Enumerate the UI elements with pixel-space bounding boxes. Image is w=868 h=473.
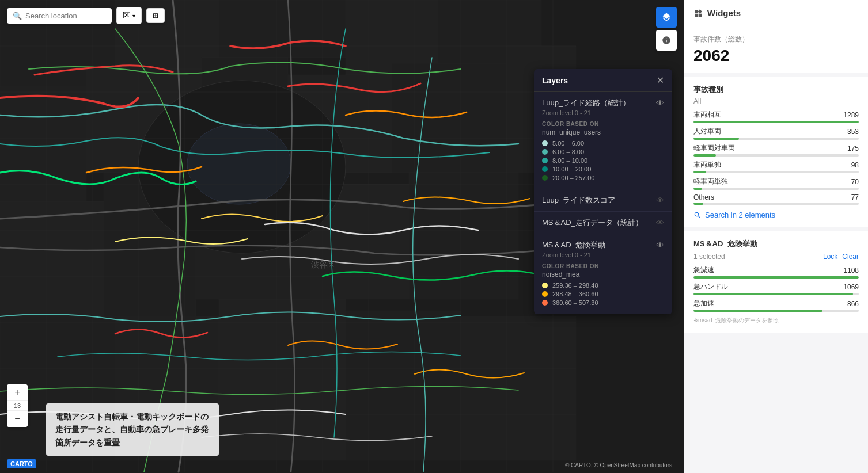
layer-visibility-toggle-3[interactable]: 👁 [656,218,664,227]
legend-label-4-1: 259.36 – 298.48 [552,282,598,289]
widgets-icon [693,9,703,18]
grid-button[interactable]: ⊞ [146,8,165,23]
accident-bar-track-2 [693,154,859,157]
layer-visibility-toggle-1[interactable]: 👁 [656,98,664,108]
svg-text:渋谷区: 渋谷区 [311,260,335,269]
layer-name-3: MS＆AD_走行データ（統計） [542,218,643,228]
legend-item-4-3: 360.60 – 507.30 [542,299,664,306]
layer-row-4: MS＆AD_危険挙動 👁 [542,240,664,250]
search-elements-label: Search in 2 elements [705,211,775,219]
layer-name-2: Luup_ライド数スコア [542,195,615,205]
search-bar: 🔍 区 ▾ ⊞ [7,7,165,24]
msad-lock-button[interactable]: Lock [823,253,837,261]
layer-legend-1: 5.00 – 6.00 6.00 – 8.00 8.00 – 10.00 10.… [542,140,664,181]
accident-bar-label-4: 軽車両単独 [693,177,728,186]
zoom-out-button[interactable]: − [7,411,28,427]
accident-bar-value-1: 353 [847,128,859,136]
map-controls [656,7,677,51]
accident-bar-label-2: 軽車両対車両 [693,143,735,153]
legend-dot-4-3 [542,300,548,306]
layer-item-2: Luup_ライド数スコア 👁 [534,189,672,212]
legend-label-1-3: 8.00 – 10.00 [552,157,587,164]
region-selector-button[interactable]: 区 ▾ [116,7,142,24]
legend-dot-1-5 [542,175,548,181]
msad-controls-row: 1 selected Lock Clear [693,253,859,261]
accident-bar-track-4 [693,188,859,190]
msad-bar-value-2: 866 [847,300,859,308]
msad-note: ※msad_危険挙動のデータを参照 [693,316,859,325]
legend-label-4-3: 360.60 – 507.30 [552,299,598,306]
search-elements-button[interactable]: Search in 2 elements [693,211,775,219]
layer-name-4: MS＆AD_危険挙動 [542,240,605,250]
msad-bars-container: 急減速 1108 急ハンドル 1069 急加速 866 [693,265,859,312]
color-based-label-1: COLOR BASED ON [542,121,664,127]
legend-label-1-2: 6.00 – 8.00 [552,148,584,155]
total-accidents-title: 事故件数（総数） [693,35,859,44]
legend-item-1-2: 6.00 – 8.00 [542,148,664,155]
msad-bar-fill-0 [693,276,859,279]
widgets-title: Widgets [707,8,741,18]
accident-type-title: 事故種別 [693,85,859,95]
accident-bars-container: 車両相互 1289 人対車両 353 軽車両対車両 175 [693,110,859,205]
overlay-description: 電動アシスト自転車・電動キックボードの走行量データと、自動車の急ブレーキ多発箇所… [55,410,210,449]
accident-bar-fill-4 [693,188,702,190]
msad-bar-value-1: 1069 [843,283,859,291]
search-input-container[interactable]: 🔍 [7,8,112,24]
search-elements-icon [693,211,702,219]
search-input[interactable] [25,12,106,20]
legend-label-1-5: 20.00 – 257.00 [552,174,594,181]
legend-label-1-4: 10.00 – 20.00 [552,166,591,173]
layer-name-1: Luup_ライド経路（統計） [542,98,630,108]
layer-item-4: MS＆AD_危険挙動 👁 Zoom level 0 - 21 COLOR BAS… [534,234,672,314]
accident-bar-value-5: 77 [851,193,859,201]
accident-bar-item-5: Others 77 [693,193,859,205]
total-accidents-widget: 事故件数（総数） 2062 [684,26,868,73]
chevron-down-icon: ▾ [132,13,135,19]
legend-dot-1-4 [542,166,548,172]
accident-bar-item-4: 軽車両単独 70 [693,177,859,190]
accident-bar-track-1 [693,138,859,140]
layer-item-1: Luup_ライド経路（統計） 👁 Zoom level 0 - 21 COLOR… [534,92,672,189]
layers-panel-button[interactable] [656,7,677,28]
accident-type-filter: All [693,97,859,105]
layer-row-1: Luup_ライド経路（統計） 👁 [542,98,664,108]
layer-zoom-1: Zoom level 0 - 21 [542,109,664,116]
layer-visibility-toggle-2[interactable]: 👁 [656,196,664,205]
legend-item-1-4: 10.00 – 20.00 [542,166,664,173]
grid-icon: ⊞ [153,12,158,20]
legend-item-1-5: 20.00 – 257.00 [542,174,664,181]
accident-bar-fill-2 [693,154,716,157]
accident-bar-value-2: 175 [847,144,859,152]
msad-bar-label-0: 急減速 [693,265,714,275]
msad-bar-label-2: 急加速 [693,299,714,308]
map-area[interactable]: 渋谷区 🔍 区 ▾ ⊞ + 13 − 電動アシスト自転車・電動キックボードの走行… [0,0,684,473]
zoom-controls: + 13 − [7,384,28,427]
color-field-4: noised_mea [542,270,664,279]
legend-dot-1-1 [542,140,548,146]
accident-bar-fill-3 [693,171,706,173]
msad-bar-value-0: 1108 [843,266,859,274]
accident-bar-item-2: 軽車両対車両 175 [693,143,859,157]
layers-close-button[interactable]: ✕ [657,75,664,86]
msad-bar-fill-2 [693,310,822,312]
layer-visibility-toggle-4[interactable]: 👁 [656,241,664,250]
accident-bar-item-1: 人対車両 353 [693,127,859,140]
msad-bar-track-2 [693,310,859,312]
svg-rect-20 [346,311,461,460]
accident-bar-label-3: 車両単独 [693,160,721,170]
layers-panel-title: Layers [542,76,568,85]
legend-dot-4-1 [542,283,548,288]
msad-clear-button[interactable]: Clear [842,253,859,261]
zoom-in-button[interactable]: + [7,384,28,400]
layer-legend-4: 259.36 – 298.48 298.48 – 360.60 360.60 –… [542,282,664,306]
layers-panel: Layers ✕ Luup_ライド経路（統計） 👁 Zoom level 0 -… [534,69,672,314]
info-button[interactable] [656,30,677,51]
legend-item-4-1: 259.36 – 298.48 [542,282,664,289]
zoom-level: 13 [7,400,28,411]
accident-bar-fill-0 [693,121,859,123]
search-icon: 🔍 [13,12,22,20]
msad-bar-fill-1 [693,293,853,295]
layers-panel-content[interactable]: Luup_ライド経路（統計） 👁 Zoom level 0 - 21 COLOR… [534,92,672,314]
msad-widget: MS＆AD_危険挙動 1 selected Lock Clear 急減速 110… [684,231,868,333]
legend-dot-4-2 [542,291,548,297]
